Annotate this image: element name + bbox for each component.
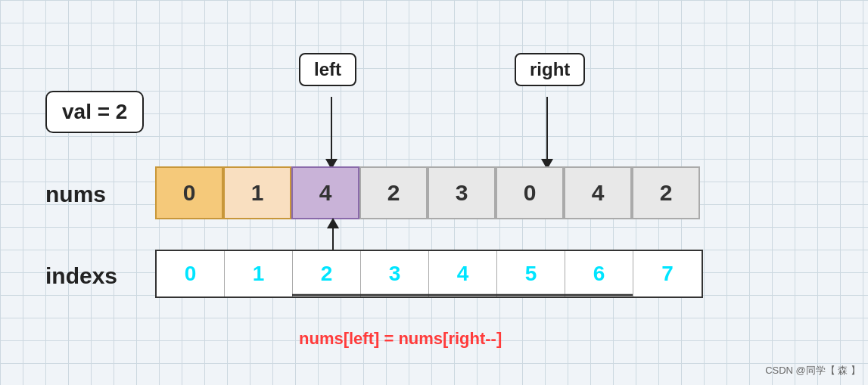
diagram-container: val = 2 nums indexs left right 0 1 4 2 3… (30, 30, 832, 363)
left-pointer-label: left (299, 53, 356, 86)
formula-text: nums[left] = nums[right--] (299, 329, 502, 349)
right-pointer-label: right (515, 53, 585, 86)
cell-0: 0 (155, 166, 223, 219)
idx-cell-7: 7 (633, 251, 702, 297)
val-label: val = 2 (62, 100, 127, 123)
bracket-svg (291, 247, 636, 296)
idx-cell-0: 0 (157, 251, 225, 297)
cell-2: 4 (291, 166, 359, 219)
cell-6: 4 (564, 166, 632, 219)
watermark: CSDN @同学【 森 】 (765, 364, 860, 377)
right-pointer-arrow (541, 97, 553, 169)
cell-4: 3 (428, 166, 496, 219)
left-pointer-arrow (325, 97, 338, 169)
array-row: 0 1 4 2 3 0 4 2 (155, 166, 700, 219)
cell-3: 2 (359, 166, 428, 219)
idx-cell-1: 1 (225, 251, 293, 297)
val-box: val = 2 (45, 91, 144, 133)
nums-label: nums (45, 182, 106, 207)
cell-7: 2 (632, 166, 700, 219)
cell-5: 0 (496, 166, 564, 219)
indexs-label: indexs (45, 263, 117, 289)
cell-1: 1 (223, 166, 291, 219)
